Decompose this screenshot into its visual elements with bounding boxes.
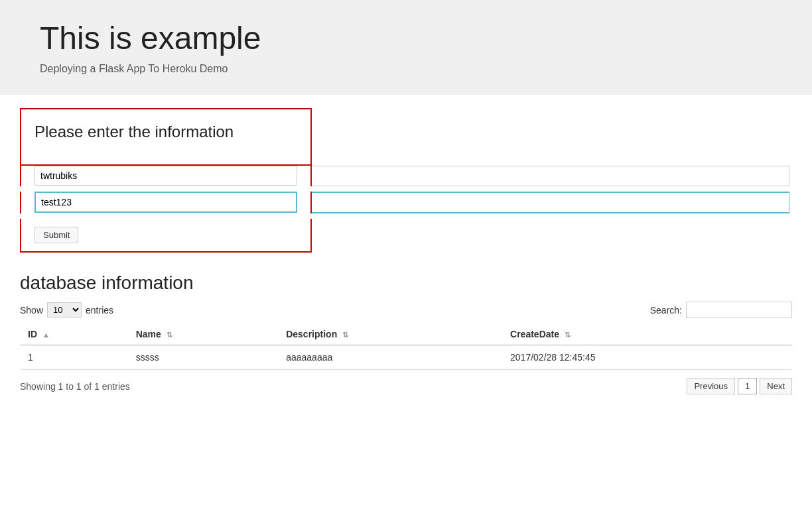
next-button[interactable]: Next [760, 378, 792, 394]
username-extension-input[interactable] [312, 166, 789, 186]
form-title: Please enter the information [34, 123, 297, 141]
col-description[interactable]: Description ⇅ [278, 323, 502, 345]
submit-button[interactable]: Submit [34, 227, 78, 243]
pagination: Previous 1 Next [687, 378, 792, 394]
show-entries: Show 10 25 50 100 entries [20, 302, 113, 318]
password-inner [20, 192, 312, 213]
password-input[interactable] [34, 192, 297, 213]
entries-select[interactable]: 10 25 50 100 [47, 302, 82, 318]
page-1-button[interactable]: 1 [738, 378, 757, 394]
showing-text: Showing 1 to 1 of 1 entries [20, 381, 130, 392]
col-createdate[interactable]: CreateDate ⇅ [502, 323, 792, 345]
main-content: Please enter the information Submit [0, 108, 812, 394]
username-input[interactable] [34, 166, 297, 186]
username-row [20, 166, 789, 186]
username-inner [20, 166, 312, 186]
table-header-row: ID ▲ Name ⇅ Description ⇅ CreateDate ⇅ [20, 323, 792, 345]
table-controls: Show 10 25 50 100 entries Search: [20, 302, 792, 318]
username-extension [312, 166, 789, 186]
sort-name-icon: ⇅ [167, 331, 172, 339]
previous-button[interactable]: Previous [687, 378, 735, 394]
header: This is example Deploying a Flask App To… [0, 0, 812, 95]
page-subtitle: Deploying a Flask App To Heroku Demo [40, 63, 772, 75]
entries-label: entries [86, 305, 113, 316]
table-row: 1 sssss aaaaaaaaa 2017/02/28 12:45:45 [20, 345, 792, 370]
sort-desc-icon: ⇅ [342, 331, 348, 339]
sort-date-icon: ⇅ [565, 331, 571, 339]
form-section: Please enter the information [20, 108, 312, 166]
submit-row: Submit [20, 219, 312, 253]
page-title: This is example [40, 20, 772, 56]
show-label: Show [20, 305, 43, 316]
cell-description: aaaaaaaaa [278, 345, 502, 370]
cell-name: sssss [128, 345, 278, 370]
search-input[interactable] [686, 302, 792, 318]
form-container: Please enter the information Submit [20, 108, 792, 253]
col-id[interactable]: ID ▲ [20, 323, 128, 345]
cell-createdate: 2017/02/28 12:45:45 [502, 345, 792, 370]
search-area: Search: [650, 302, 792, 318]
sort-id-icon: ▲ [42, 331, 50, 339]
database-title: database information [20, 272, 792, 294]
col-name[interactable]: Name ⇅ [128, 323, 278, 345]
data-table: ID ▲ Name ⇅ Description ⇅ CreateDate ⇅ 1… [20, 323, 792, 370]
cell-id: 1 [20, 345, 128, 370]
database-section: database information Show 10 25 50 100 e… [20, 272, 792, 394]
password-extension [312, 192, 789, 213]
table-footer: Showing 1 to 1 of 1 entries Previous 1 N… [20, 378, 792, 394]
search-label: Search: [650, 305, 682, 316]
password-row [20, 192, 789, 213]
